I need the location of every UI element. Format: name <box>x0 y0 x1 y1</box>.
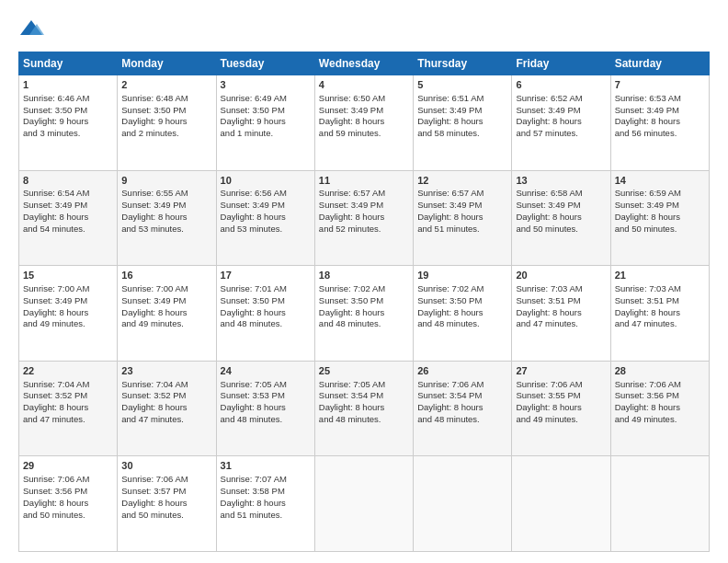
sunset-line: Sunset: 3:50 PM <box>319 295 383 305</box>
daylight-line1: Daylight: 8 hours <box>417 212 483 222</box>
daylight-line2: and 49 minutes. <box>615 414 677 424</box>
day-number: 5 <box>417 78 507 92</box>
day-cell: 19Sunrise: 7:02 AMSunset: 3:50 PMDayligh… <box>414 266 512 362</box>
sunrise-line: Sunrise: 6:55 AM <box>121 188 188 198</box>
sunrise-line: Sunrise: 7:05 AM <box>221 379 287 389</box>
daylight-line2: and 3 minutes. <box>23 128 80 138</box>
sunset-line: Sunset: 3:54 PM <box>417 390 482 400</box>
sunset-line: Sunset: 3:57 PM <box>121 486 186 496</box>
day-cell: 10Sunrise: 6:56 AMSunset: 3:49 PMDayligh… <box>216 170 314 266</box>
day-number: 28 <box>615 364 705 378</box>
sunrise-line: Sunrise: 6:51 AM <box>417 93 483 103</box>
day-cell: 20Sunrise: 7:03 AMSunset: 3:51 PMDayligh… <box>512 266 610 362</box>
sunset-line: Sunset: 3:58 PM <box>221 486 285 496</box>
sunset-line: Sunset: 3:49 PM <box>319 105 383 115</box>
day-number: 4 <box>319 78 409 92</box>
header-row: SundayMondayTuesdayWednesdayThursdayFrid… <box>19 52 710 75</box>
sunrise-line: Sunrise: 6:56 AM <box>221 188 287 198</box>
day-number: 1 <box>23 78 113 92</box>
day-cell: 2Sunrise: 6:48 AMSunset: 3:50 PMDaylight… <box>118 75 216 171</box>
sunset-line: Sunset: 3:50 PM <box>221 105 285 115</box>
sunset-line: Sunset: 3:49 PM <box>121 200 186 210</box>
daylight-line2: and 50 minutes. <box>516 224 578 234</box>
day-number: 30 <box>121 459 211 473</box>
day-number: 24 <box>221 364 311 378</box>
day-cell <box>512 456 610 552</box>
daylight-line1: Daylight: 8 hours <box>319 402 384 412</box>
sunset-line: Sunset: 3:51 PM <box>516 295 580 305</box>
day-number: 7 <box>615 78 705 92</box>
daylight-line1: Daylight: 8 hours <box>516 116 581 126</box>
daylight-line2: and 57 minutes. <box>516 128 578 138</box>
daylight-line1: Daylight: 8 hours <box>221 307 286 317</box>
daylight-line1: Daylight: 8 hours <box>23 212 88 222</box>
day-cell <box>414 456 512 552</box>
daylight-line1: Daylight: 8 hours <box>516 307 581 317</box>
day-number: 8 <box>23 174 113 188</box>
day-cell: 12Sunrise: 6:57 AMSunset: 3:49 PMDayligh… <box>414 170 512 266</box>
sunrise-line: Sunrise: 6:57 AM <box>319 188 385 198</box>
day-cell: 1Sunrise: 6:46 AMSunset: 3:50 PMDaylight… <box>19 75 118 171</box>
day-cell: 4Sunrise: 6:50 AMSunset: 3:49 PMDaylight… <box>314 75 413 171</box>
page: SundayMondayTuesdayWednesdayThursdayFrid… <box>0 0 728 563</box>
day-cell: 6Sunrise: 6:52 AMSunset: 3:49 PMDaylight… <box>512 75 610 171</box>
day-number: 10 <box>221 174 311 188</box>
daylight-line2: and 47 minutes. <box>121 414 184 424</box>
day-cell: 3Sunrise: 6:49 AMSunset: 3:50 PMDaylight… <box>216 75 314 171</box>
sunrise-line: Sunrise: 7:06 AM <box>121 474 188 484</box>
sunrise-line: Sunrise: 7:04 AM <box>23 379 89 389</box>
day-cell: 21Sunrise: 7:03 AMSunset: 3:51 PMDayligh… <box>610 266 709 362</box>
daylight-line2: and 48 minutes. <box>319 414 381 424</box>
sunrise-line: Sunrise: 7:06 AM <box>516 379 582 389</box>
daylight-line2: and 49 minutes. <box>121 318 184 328</box>
sunset-line: Sunset: 3:56 PM <box>23 486 87 496</box>
sunrise-line: Sunrise: 6:50 AM <box>319 93 385 103</box>
daylight-line2: and 48 minutes. <box>417 318 480 328</box>
day-number: 29 <box>23 459 113 473</box>
daylight-line2: and 50 minutes. <box>121 510 184 520</box>
daylight-line2: and 1 minute. <box>221 128 274 138</box>
day-cell: 26Sunrise: 7:06 AMSunset: 3:54 PMDayligh… <box>414 361 512 456</box>
daylight-line2: and 47 minutes. <box>23 414 85 424</box>
sunset-line: Sunset: 3:49 PM <box>417 105 482 115</box>
sunrise-line: Sunrise: 7:00 AM <box>121 283 188 293</box>
daylight-line1: Daylight: 8 hours <box>615 307 680 317</box>
daylight-line1: Daylight: 8 hours <box>121 498 187 508</box>
day-cell: 30Sunrise: 7:06 AMSunset: 3:57 PMDayligh… <box>118 456 216 552</box>
sunrise-line: Sunrise: 7:00 AM <box>23 283 89 293</box>
daylight-line1: Daylight: 8 hours <box>615 402 680 412</box>
day-number: 19 <box>417 269 507 282</box>
week-row-1: 1Sunrise: 6:46 AMSunset: 3:50 PMDaylight… <box>19 75 710 171</box>
sunrise-line: Sunrise: 6:53 AM <box>615 93 681 103</box>
col-header-monday: Monday <box>118 52 216 75</box>
daylight-line2: and 49 minutes. <box>23 318 85 328</box>
day-number: 6 <box>516 78 606 92</box>
header <box>18 17 710 42</box>
daylight-line1: Daylight: 8 hours <box>23 307 88 317</box>
daylight-line2: and 2 minutes. <box>121 128 178 138</box>
day-number: 22 <box>23 364 113 378</box>
sunset-line: Sunset: 3:52 PM <box>121 390 186 400</box>
sunset-line: Sunset: 3:50 PM <box>121 105 186 115</box>
sunrise-line: Sunrise: 6:52 AM <box>516 93 582 103</box>
day-number: 15 <box>23 269 113 282</box>
day-number: 13 <box>516 174 606 188</box>
col-header-saturday: Saturday <box>610 52 709 75</box>
week-row-3: 15Sunrise: 7:00 AMSunset: 3:49 PMDayligh… <box>19 266 710 362</box>
day-number: 26 <box>417 364 507 378</box>
daylight-line1: Daylight: 8 hours <box>615 116 680 126</box>
logo <box>18 17 48 42</box>
day-number: 12 <box>417 174 507 188</box>
sunrise-line: Sunrise: 6:58 AM <box>516 188 582 198</box>
sunset-line: Sunset: 3:53 PM <box>221 390 285 400</box>
day-cell: 22Sunrise: 7:04 AMSunset: 3:52 PMDayligh… <box>19 361 118 456</box>
day-cell: 31Sunrise: 7:07 AMSunset: 3:58 PMDayligh… <box>216 456 314 552</box>
day-number: 27 <box>516 364 606 378</box>
week-row-4: 22Sunrise: 7:04 AMSunset: 3:52 PMDayligh… <box>19 361 710 456</box>
day-cell: 14Sunrise: 6:59 AMSunset: 3:49 PMDayligh… <box>610 170 709 266</box>
col-header-wednesday: Wednesday <box>314 52 413 75</box>
daylight-line1: Daylight: 8 hours <box>417 402 483 412</box>
daylight-line2: and 53 minutes. <box>121 224 184 234</box>
day-number: 18 <box>319 269 409 282</box>
daylight-line2: and 53 minutes. <box>221 224 283 234</box>
